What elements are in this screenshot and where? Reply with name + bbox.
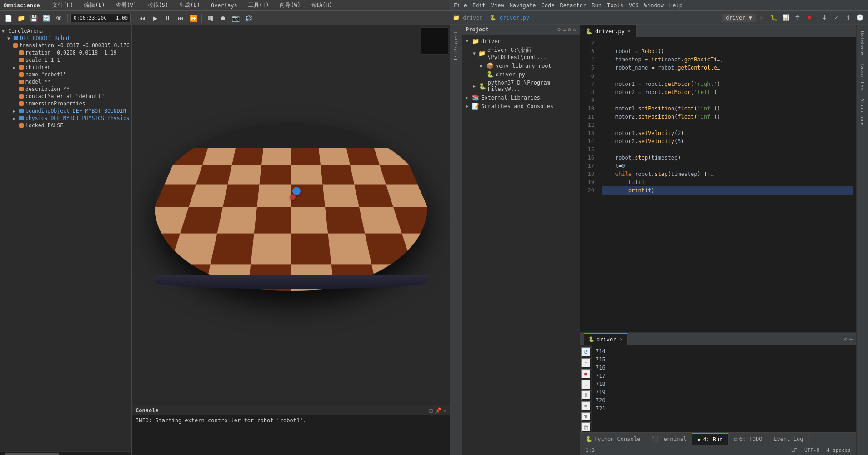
speaker-btn[interactable]: 🔊 (243, 13, 254, 24)
sidebar-tab-project[interactable]: 1: Project (451, 27, 461, 65)
menu-build[interactable]: 生成(B) (177, 0, 202, 10)
open-btn[interactable]: 📁 (15, 13, 26, 24)
menu-help[interactable]: 帮助(H) (310, 0, 334, 10)
menu-wizard[interactable]: 向导(W) (278, 0, 302, 10)
ptree-item-driverpy[interactable]: 🐍 driver.py (462, 70, 580, 79)
coverage-btn[interactable]: ☂ (792, 12, 803, 23)
bottom-tab-event-log[interactable]: Event Log (768, 433, 809, 445)
bottom-tab-todo[interactable]: ☑ 6: TODO (729, 433, 768, 445)
refresh-btn[interactable]: 🔄 (41, 13, 52, 24)
eye-btn[interactable]: 👁 (54, 13, 65, 24)
run-btn[interactable]: ▶ (757, 12, 768, 23)
tree-item-model[interactable]: model ** (0, 78, 131, 85)
pycharm-menu-tools[interactable]: Tools (607, 2, 623, 9)
grid-btn[interactable]: ▦ (205, 13, 216, 24)
left-hscroll[interactable] (0, 451, 131, 455)
menu-overlays[interactable]: Overlays (209, 1, 239, 10)
tree-item-locked[interactable]: locked FALSE (0, 122, 131, 129)
tree-item-circlearena[interactable]: ▼ CircleArena (0, 27, 131, 35)
tree-item-rotation[interactable]: rotation -0.0208 0.0118 -1.19 (0, 49, 131, 56)
ptree-item-driver-root[interactable]: ▼ 📁 driver (462, 37, 580, 45)
tree-item-robot1[interactable]: ▼ DEF ROBOT1 Robot (0, 35, 131, 42)
tree-item-bounding[interactable]: ▶ boundingObject DEF MYBOT_BOUNDIN (0, 107, 131, 115)
code-content[interactable]: robot = Robot() timestep = int(robot.get… (598, 37, 856, 332)
run-settings-icon[interactable]: ⚙ (844, 336, 848, 342)
console-pin-icon[interactable]: 📌 (435, 407, 442, 414)
console-close-icon[interactable]: ✕ (443, 407, 447, 414)
run-pause-btn[interactable]: ⏸ (581, 390, 591, 400)
step-btn[interactable]: ⏭ (175, 13, 186, 24)
stop-btn[interactable]: ■ (804, 12, 815, 23)
project-collapse-icon[interactable]: ≡ (562, 26, 566, 33)
bottom-tab-terminal[interactable]: ⬛ Terminal (646, 433, 692, 445)
vcs-update-btn[interactable]: ⬇ (819, 12, 830, 23)
record-btn[interactable]: ⏺ (217, 13, 228, 24)
project-gear-icon[interactable]: ⚙ (568, 26, 571, 33)
tree-item-contact[interactable]: contactMaterial "default" (0, 93, 131, 100)
rewind-btn[interactable]: ⏮ (137, 13, 148, 24)
menu-tools[interactable]: 工具(T) (246, 0, 271, 10)
run-filter-btn[interactable]: ▼ (581, 412, 591, 422)
pause-btn[interactable]: ⏸ (162, 13, 173, 24)
run-trash-btn[interactable]: 🗑 (581, 422, 591, 432)
vcs-commit-btn[interactable]: ✓ (831, 12, 842, 23)
pycharm-menu-file[interactable]: File (454, 2, 467, 9)
tree-item-children[interactable]: ▶ children (0, 64, 131, 71)
ptree-item-driver-path[interactable]: ▼ 📁 driver G:\桌面\PyIDEtest\cont... (462, 45, 580, 61)
tree-item-immersion[interactable]: immersionProperties (0, 100, 131, 107)
ptree-item-venv[interactable]: ▶ 📦 venv library root (462, 61, 580, 70)
editor-tab-driverpy[interactable]: 🐍 driver.py ✕ (580, 25, 637, 37)
bottom-tab-run[interactable]: ▶ 4: Run (692, 433, 729, 445)
project-close-icon[interactable]: ✕ (573, 26, 576, 33)
pycharm-menu-code[interactable]: Code (542, 2, 555, 9)
run-tab-driver[interactable]: 🐍 driver ✕ (584, 333, 628, 345)
pycharm-menu-navigate[interactable]: Navigate (510, 2, 536, 9)
pycharm-menu-refactor[interactable]: Refactor (560, 2, 586, 9)
fast-btn[interactable]: ⏩ (188, 13, 199, 24)
tab-close-icon[interactable]: ✕ (627, 28, 631, 34)
play-btn[interactable]: ▶ (150, 13, 161, 24)
run-wrap-btn[interactable]: ≡ (581, 401, 591, 411)
left-hscroll-thumb[interactable] (5, 453, 59, 455)
rsidebar-tab-structure[interactable]: Structure (858, 95, 867, 130)
status-line-ending[interactable]: LF (791, 447, 797, 453)
run-rerun-btn[interactable]: ↺ (581, 347, 591, 357)
status-indent[interactable]: 4 spaces (827, 447, 851, 453)
status-encoding[interactable]: UTF-8 (804, 447, 819, 453)
project-add-icon[interactable]: ⊕ (557, 26, 561, 33)
menu-edit[interactable]: 编辑(E) (82, 0, 107, 10)
tree-item-name[interactable]: name "robot1" (0, 71, 131, 78)
run-scroll-up-btn[interactable]: ↑ (581, 358, 591, 368)
save-btn[interactable]: 💾 (28, 13, 39, 24)
pycharm-menu-view[interactable]: View (491, 2, 504, 9)
bottom-tab-python-console[interactable]: 🐍 Python Console (580, 433, 646, 445)
profile-btn[interactable]: 📊 (780, 12, 791, 23)
tree-item-translation[interactable]: translation -0.0317 -0.000305 0.176 (0, 42, 131, 49)
camera-btn[interactable]: 📷 (230, 13, 241, 24)
pycharm-menu-vcs[interactable]: VCS (629, 2, 639, 9)
ptree-item-scratches[interactable]: ▶ 📝 Scratches and Consoles (462, 102, 580, 110)
run-stop-btn[interactable]: ■ (581, 369, 591, 379)
vcs-history-btn[interactable]: 🕐 (854, 12, 865, 23)
menu-file[interactable]: 文件(F) (50, 0, 75, 10)
pycharm-menu-window[interactable]: Window (644, 2, 664, 9)
tree-item-description[interactable]: description ** (0, 85, 131, 93)
pycharm-menu-edit[interactable]: Edit (472, 2, 486, 9)
rsidebar-tab-database[interactable]: Database (858, 27, 867, 59)
vcs-push-btn[interactable]: ⬆ (843, 12, 853, 23)
tree-item-physics[interactable]: ▶ physics DEF MYBOT_PHYSICS Physics (0, 115, 131, 122)
code-area[interactable]: 2 3 4 5 6 7 8 9 10 11 12 13 14 15 (580, 37, 856, 332)
debug-btn[interactable]: 🐛 (768, 12, 779, 23)
pycharm-menu-run[interactable]: Run (592, 2, 602, 9)
3d-viewport[interactable] (132, 25, 450, 405)
rsidebar-tab-favorites[interactable]: Favorites (858, 60, 867, 94)
ptree-item-python37[interactable]: ▶ 🐍 python37 D:\Program Files\W... (462, 79, 580, 93)
tree-item-scale[interactable]: scale 1 1 1 (0, 56, 131, 64)
run-minimize-icon[interactable]: — (849, 336, 853, 342)
ptree-item-external[interactable]: ▶ 📚 External Libraries (462, 93, 580, 102)
pycharm-menu-help[interactable]: Help (669, 2, 682, 9)
console-maximize-icon[interactable]: □ (430, 407, 433, 414)
new-btn[interactable]: 📄 (3, 13, 14, 24)
run-scroll-down-btn[interactable]: ↓ (581, 380, 591, 390)
run-tab-close[interactable]: ✕ (620, 336, 623, 342)
